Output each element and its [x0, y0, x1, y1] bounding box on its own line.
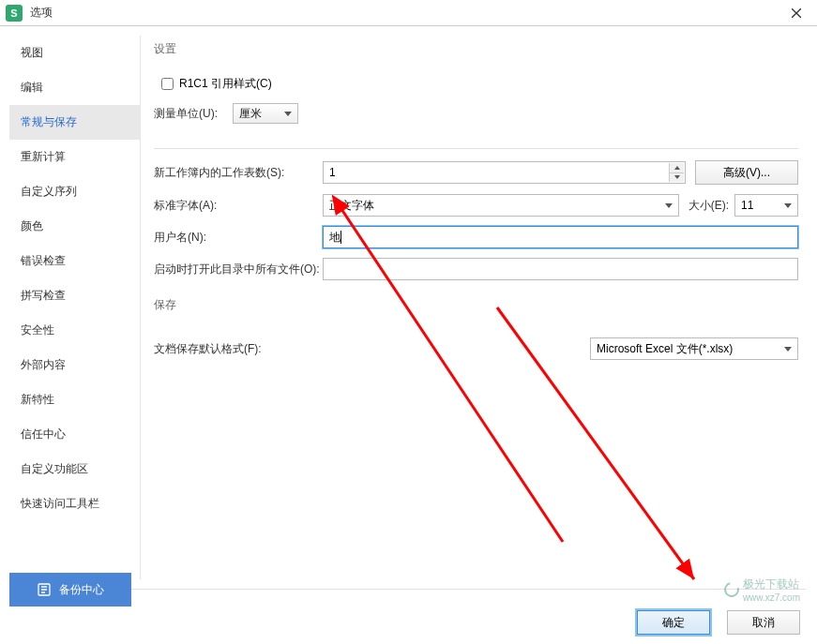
- sidebar-item-view[interactable]: 视图: [9, 36, 140, 70]
- unit-select[interactable]: 厘米: [233, 103, 298, 124]
- unit-value: 厘米: [239, 106, 262, 122]
- advanced-button[interactable]: 高级(V)...: [695, 160, 798, 185]
- sidebar-item-custom-ribbon[interactable]: 自定义功能区: [9, 452, 140, 487]
- sidebar: 视图 编辑 常规与保存 重新计算 自定义序列 颜色 错误检查 拼写检查 安全性 …: [9, 36, 141, 579]
- close-icon: [792, 8, 801, 18]
- font-label: 标准字体(A):: [154, 198, 323, 214]
- backup-label: 备份中心: [59, 582, 104, 598]
- sidebar-item-recalculate[interactable]: 重新计算: [9, 140, 140, 174]
- chevron-down-icon: [784, 203, 792, 208]
- startup-label: 启动时打开此目录中所有文件(O):: [154, 262, 323, 277]
- sheets-spinner[interactable]: 1: [323, 161, 686, 184]
- sidebar-item-trust-center[interactable]: 信任中心: [9, 417, 140, 452]
- sidebar-item-new-features[interactable]: 新特性: [9, 382, 140, 417]
- cancel-button[interactable]: 取消: [727, 610, 800, 635]
- chevron-down-icon: [665, 203, 673, 208]
- sidebar-item-spellcheck[interactable]: 拼写检查: [9, 278, 140, 313]
- window-title: 选项: [30, 5, 781, 21]
- size-value: 11: [741, 199, 753, 212]
- watermark: 极光下载站 www.xz7.com: [724, 577, 800, 603]
- r1c1-checkbox[interactable]: [161, 78, 174, 90]
- watermark-icon: [721, 579, 742, 600]
- footer: 备份中心 极光下载站 www.xz7.com 确定 取消: [0, 588, 817, 644]
- sidebar-item-error-check[interactable]: 错误检查: [9, 244, 140, 278]
- sidebar-item-security[interactable]: 安全性: [9, 313, 140, 348]
- save-section-title: 保存: [154, 297, 798, 313]
- close-button[interactable]: [781, 2, 811, 24]
- font-combo[interactable]: 正文字体: [323, 194, 679, 217]
- app-icon: S: [6, 5, 23, 22]
- default-format-value: Microsoft Excel 文件(*.xlsx): [597, 341, 733, 357]
- sidebar-item-general-save[interactable]: 常规与保存: [9, 105, 140, 140]
- size-combo[interactable]: 11: [734, 194, 798, 217]
- watermark-url: www.xz7.com: [743, 592, 800, 603]
- spinner-up[interactable]: [670, 163, 684, 173]
- chevron-down-icon: [784, 347, 792, 352]
- title-bar: S 选项: [0, 0, 817, 26]
- spinner-down[interactable]: [670, 173, 684, 183]
- sidebar-item-external-content[interactable]: 外部内容: [9, 348, 140, 382]
- default-format-label: 文档保存默认格式(F):: [154, 341, 323, 357]
- sheets-label: 新工作簿内的工作表数(S):: [154, 165, 323, 181]
- chevron-down-icon: [284, 112, 292, 116]
- content-panel: 设置 R1C1 引用样式(C) 测量单位(U): 厘米 新工作簿内的工作表数(S…: [141, 26, 817, 589]
- settings-section-title: 设置: [154, 41, 798, 57]
- backup-icon: [37, 582, 52, 597]
- text-cursor: [340, 231, 341, 244]
- sheets-value: 1: [329, 166, 336, 179]
- watermark-text: 极光下载站: [743, 577, 800, 592]
- sidebar-item-quick-access[interactable]: 快速访问工具栏: [9, 487, 140, 521]
- sidebar-item-color[interactable]: 颜色: [9, 209, 140, 244]
- unit-label: 测量单位(U):: [154, 106, 233, 122]
- username-label: 用户名(N):: [154, 230, 323, 246]
- font-value: 正文字体: [329, 198, 374, 214]
- default-format-combo[interactable]: Microsoft Excel 文件(*.xlsx): [590, 337, 798, 360]
- size-label: 大小(E):: [688, 198, 729, 214]
- r1c1-label: R1C1 引用样式(C): [179, 76, 272, 92]
- caret-down-icon: [674, 175, 680, 179]
- startup-input[interactable]: [323, 258, 798, 280]
- backup-center-button[interactable]: 备份中心: [9, 573, 131, 607]
- username-value: 地: [329, 230, 340, 246]
- sidebar-item-custom-lists[interactable]: 自定义序列: [9, 174, 140, 209]
- username-input[interactable]: 地: [323, 226, 798, 248]
- ok-button[interactable]: 确定: [637, 610, 710, 635]
- caret-up-icon: [674, 166, 680, 170]
- sidebar-item-edit[interactable]: 编辑: [9, 70, 140, 105]
